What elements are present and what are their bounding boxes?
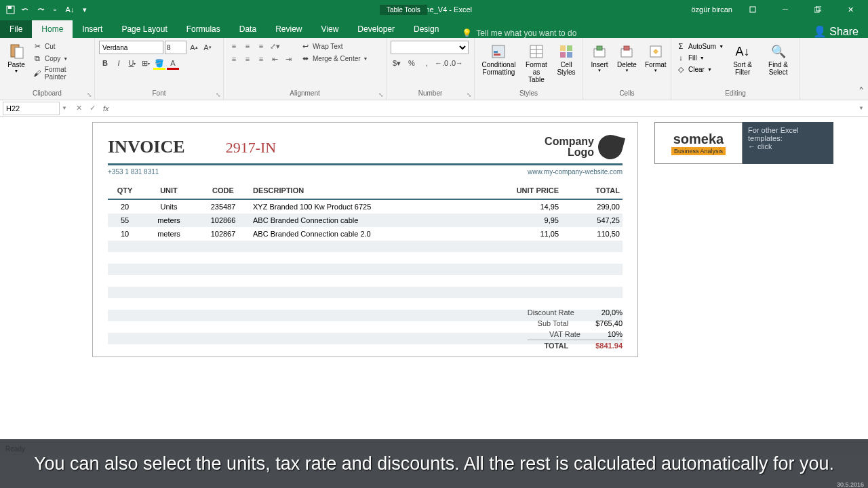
sort-filter-button[interactable]: A↓Sort & Filter	[727, 41, 758, 77]
font-color-button[interactable]: A	[167, 57, 179, 69]
formula-input[interactable]	[113, 102, 854, 115]
align-bottom-icon[interactable]: ≡	[255, 41, 267, 52]
insert-cells-button[interactable]: Insert▼	[587, 41, 612, 74]
table-row[interactable]: 20Units235487XYZ Branded 100 Kw Product …	[108, 199, 623, 214]
copy-button[interactable]: ⧉Copy ▼	[31, 53, 90, 64]
indent-decrease-icon[interactable]: ⇤	[269, 54, 281, 64]
tab-home[interactable]: Home	[32, 20, 73, 38]
fx-icon[interactable]: fx	[103, 104, 113, 113]
increase-decimal-icon[interactable]: ←.0	[435, 57, 448, 69]
bulb-icon: 💡	[462, 28, 472, 38]
accept-formula-icon[interactable]: ✓	[87, 102, 99, 115]
tab-design[interactable]: Design	[404, 20, 448, 38]
format-icon	[646, 42, 665, 61]
qat-more-icon[interactable]: ▾	[80, 5, 90, 14]
align-right-icon[interactable]: ≡	[255, 54, 267, 64]
orientation-icon[interactable]: ⤢▾	[269, 41, 281, 52]
tab-data[interactable]: Data	[230, 20, 266, 38]
format-cells-button[interactable]: Format▼	[642, 41, 669, 74]
indent-increase-icon[interactable]: ⇥	[282, 54, 294, 64]
collapse-ribbon-icon[interactable]: ˄	[859, 85, 864, 98]
group-alignment: ≡ ≡ ≡ ⤢▾ ≡ ≡ ≡ ⇤ ⇥ ↩Wrap Text ⬌Merge & C…	[224, 38, 387, 100]
cond-format-icon	[489, 42, 508, 61]
align-middle-icon[interactable]: ≡	[241, 41, 254, 52]
table-row[interactable]	[108, 241, 623, 252]
format-painter-button[interactable]: 🖌Format Painter	[31, 65, 90, 81]
grow-font-icon[interactable]: A▴	[188, 41, 200, 54]
minimize-icon[interactable]: ─	[773, 0, 797, 19]
cancel-formula-icon[interactable]: ✕	[73, 102, 85, 115]
tab-review[interactable]: Review	[266, 20, 311, 38]
svg-rect-17	[567, 52, 572, 58]
col-qty: QTY	[108, 182, 142, 199]
bold-button[interactable]: B	[99, 57, 111, 69]
alignment-launcher-icon[interactable]: ⤡	[378, 92, 384, 98]
undo-icon[interactable]	[20, 5, 30, 14]
tab-developer[interactable]: Developer	[348, 20, 404, 38]
table-row[interactable]: 10meters102867ABC Branded Connection cab…	[108, 227, 623, 241]
find-select-button[interactable]: 🔍Find & Select	[761, 41, 795, 77]
format-as-table-button[interactable]: Format as Table	[521, 41, 551, 85]
expand-formula-icon[interactable]: ▼	[854, 105, 868, 111]
qat-icon-2[interactable]: A↓	[65, 5, 75, 14]
font-family-select[interactable]	[99, 41, 163, 54]
tab-page-layout[interactable]: Page Layout	[112, 20, 176, 38]
table-row[interactable]: 55meters102866ABC Branded Connection cab…	[108, 214, 623, 227]
italic-button[interactable]: I	[113, 57, 125, 69]
delete-icon	[617, 42, 636, 61]
name-box[interactable]	[3, 102, 60, 115]
promo-banner[interactable]: someka Business Analysis For other Excel…	[654, 122, 833, 164]
table-row[interactable]	[108, 287, 623, 298]
share-label: Share	[829, 26, 859, 38]
delete-cells-button[interactable]: Delete▼	[614, 41, 639, 74]
redo-icon[interactable]	[35, 5, 45, 14]
decrease-decimal-icon[interactable]: .0→	[450, 57, 462, 69]
worksheet-area[interactable]: INVOICE 2917-IN CompanyLogo +353 1 831 8…	[0, 117, 868, 455]
number-launcher-icon[interactable]: ⤡	[467, 92, 472, 98]
shrink-font-icon[interactable]: A▾	[201, 41, 214, 54]
align-top-icon[interactable]: ≡	[228, 41, 240, 52]
font-size-select[interactable]	[165, 41, 186, 54]
invoice-website: www.my-company-website.com	[528, 168, 623, 176]
close-icon[interactable]: ✕	[838, 0, 863, 19]
cut-button[interactable]: ✂Cut	[31, 41, 90, 52]
fill-down-icon: ↓	[676, 53, 686, 62]
qat-icon-1[interactable]: ▫	[50, 5, 60, 14]
paste-button[interactable]: Paste ▼	[4, 41, 28, 75]
merge-center-button[interactable]: ⬌Merge & Center ▼	[300, 53, 369, 64]
autosum-button[interactable]: ΣAutoSum ▼	[675, 41, 724, 52]
font-launcher-icon[interactable]: ⤡	[216, 92, 221, 98]
percent-format-icon[interactable]: %	[406, 57, 418, 69]
align-left-icon[interactable]: ≡	[228, 54, 240, 64]
underline-button[interactable]: U▾	[126, 57, 138, 69]
fill-color-button[interactable]: 🪣	[153, 57, 165, 69]
clipboard-launcher-icon[interactable]: ⤡	[87, 92, 92, 98]
table-row[interactable]	[108, 264, 623, 275]
comma-format-icon[interactable]: ,	[420, 57, 433, 69]
ribbon-options-icon[interactable]	[741, 0, 765, 19]
group-styles: Conditional Formatting Format as Table C…	[475, 38, 583, 100]
tab-file[interactable]: File	[0, 20, 32, 38]
cell-styles-icon	[557, 42, 576, 61]
chevron-down-icon: ▼	[14, 68, 19, 73]
cell-styles-button[interactable]: Cell Styles	[554, 41, 578, 85]
align-center-icon[interactable]: ≡	[241, 54, 254, 64]
fill-button[interactable]: ↓Fill ▼	[675, 52, 724, 63]
accounting-format-icon[interactable]: $▾	[391, 57, 403, 69]
share-button[interactable]: 👤 Share	[804, 25, 868, 38]
tab-view[interactable]: View	[312, 20, 349, 38]
table-row[interactable]	[108, 275, 623, 287]
conditional-formatting-button[interactable]: Conditional Formatting	[479, 41, 519, 85]
table-row[interactable]	[108, 252, 623, 264]
border-button[interactable]: ⊞▾	[140, 57, 152, 69]
save-icon[interactable]	[5, 5, 15, 14]
clear-button[interactable]: ◇Clear ▼	[675, 64, 724, 75]
wrap-text-button[interactable]: ↩Wrap Text	[300, 41, 369, 52]
tell-me-search[interactable]: 💡 Tell me what you want to do	[448, 28, 576, 38]
tab-formulas[interactable]: Formulas	[177, 20, 230, 38]
promo-tagline: Business Analysis	[671, 147, 726, 155]
tab-insert[interactable]: Insert	[73, 20, 112, 38]
number-format-select[interactable]	[391, 41, 469, 54]
invoice-number: 2917-IN	[226, 139, 277, 157]
maximize-icon[interactable]	[806, 0, 830, 19]
